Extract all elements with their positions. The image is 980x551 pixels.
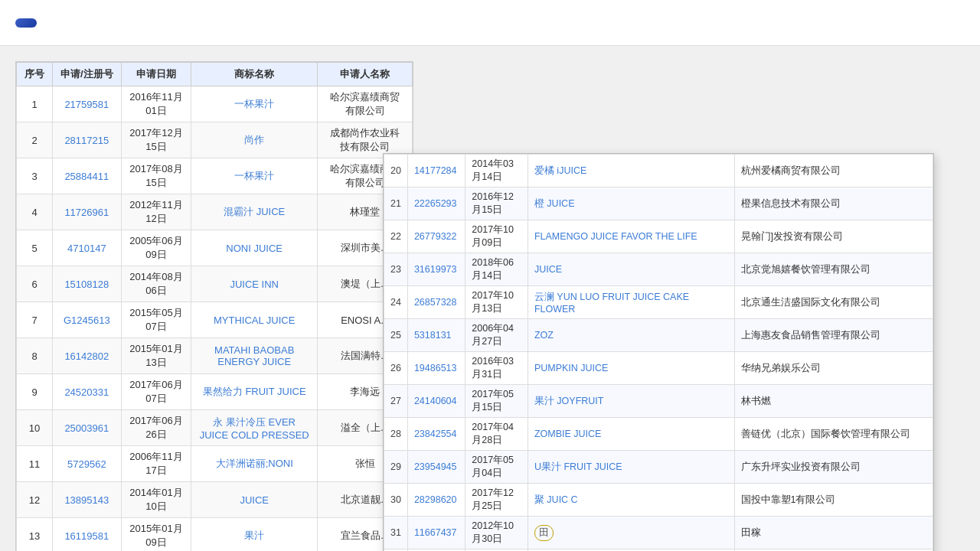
table-row: 24 26857328 2017年10月13日 云澜 YUN LUO FRUIT… <box>384 286 933 319</box>
primary-table: 序号 申请/注册号 申请日期 商标名称 申请人名称 1 21759581 201… <box>16 62 413 551</box>
table-row: 3 25884411 2017年08月15日 一杯果汁 哈尔滨嘉绩商贸有限公司 <box>17 158 413 194</box>
cell-name: JUICE <box>528 253 734 286</box>
cell-reg[interactable]: 25884411 <box>53 158 122 194</box>
cell-date: 2006年04月27日 <box>466 319 528 352</box>
table-row: 10 25003961 2017年06月26日 永 果汁冷压 EVER JUIC… <box>17 410 413 446</box>
cell-num: 5 <box>17 230 53 266</box>
cell-date: 2012年10月30日 <box>466 517 528 549</box>
table-row: 4 11726961 2012年11月12日 混霸汁 JUICE 林瑾堂 <box>17 194 413 230</box>
cell-name: 一杯果汁 <box>191 86 318 122</box>
cell-num: 23 <box>384 253 408 286</box>
cell-num: 10 <box>17 410 53 446</box>
cell-reg[interactable]: 5318131 <box>407 319 465 352</box>
table-row: 21 22265293 2016年12月15日 橙 JUICE 橙果信息技术有限… <box>384 187 933 220</box>
cell-num: 29 <box>384 451 408 484</box>
cell-applicant: 田稼 <box>734 517 933 549</box>
cell-name: 果汁 <box>191 518 318 552</box>
cell-name: 永 果汁冷压 EVER JUICE COLD PRESSED <box>191 410 318 446</box>
cell-applicant: 华纳兄弟娱乐公司 <box>734 352 933 385</box>
cell-name: MATAHI BAOBAB ENERGY JUICE <box>191 338 318 374</box>
cell-reg[interactable]: 31619973 <box>407 253 465 286</box>
table-row: 8 16142802 2015年01月13日 MATAHI BAOBAB ENE… <box>17 338 413 374</box>
cell-reg[interactable]: 28117215 <box>53 122 122 158</box>
cell-num: 6 <box>17 266 53 302</box>
app-header <box>0 0 980 46</box>
cell-reg[interactable]: 5729562 <box>53 446 122 482</box>
cell-date: 2017年06月07日 <box>121 374 191 410</box>
primary-table-wrap: 序号 申请/注册号 申请日期 商标名称 申请人名称 1 21759581 201… <box>15 61 413 551</box>
cell-applicant: 广东升坪实业投资有限公司 <box>734 451 933 484</box>
cell-num: 28 <box>384 418 408 451</box>
cell-date: 2014年08月06日 <box>121 266 191 302</box>
cell-num: 22 <box>384 220 408 253</box>
table-row: 31 11667437 2012年10月30日 田 田稼 <box>384 517 933 549</box>
cell-applicant: 善链优（北京）国际餐饮管理有限公司 <box>734 418 933 451</box>
cell-date: 2005年06月09日 <box>121 230 191 266</box>
cell-reg[interactable]: 26857328 <box>407 286 465 319</box>
table-row: 25 5318131 2006年04月27日 ZOZ 上海惠友食品销售管理有限公… <box>384 319 933 352</box>
cell-date: 2017年05月15日 <box>466 385 528 418</box>
table-row: 26 19486513 2016年03月31日 PUMPKIN JUICE 华纳… <box>384 352 933 385</box>
table-row: 13 16119581 2015年01月09日 果汁 宜兰食品... <box>17 518 413 552</box>
cell-name: U果汁 FRUIT JUICE <box>528 451 734 484</box>
cell-num: 12 <box>17 482 53 518</box>
table-row: 23 31619973 2018年06月14日 JUICE 北京觉旭嬉餐饮管理有… <box>384 253 933 286</box>
cell-num: 25 <box>384 319 408 352</box>
cell-applicant: 北京觉旭嬉餐饮管理有限公司 <box>734 253 933 286</box>
cell-applicant: 哈尔滨嘉绩商贸有限公司 <box>318 86 413 122</box>
cell-date: 2012年11月12日 <box>121 194 191 230</box>
cell-date: 2017年10月09日 <box>466 220 528 253</box>
cell-reg[interactable]: 24520331 <box>53 374 122 410</box>
cell-reg[interactable]: 16119581 <box>53 518 122 552</box>
cell-reg[interactable]: G1245613 <box>53 302 122 338</box>
cell-reg[interactable]: 15108128 <box>53 266 122 302</box>
cell-applicant: 北京通生洁盛国际文化有限公司 <box>734 286 933 319</box>
cell-num: 4 <box>17 194 53 230</box>
cell-date: 2015年01月13日 <box>121 338 191 374</box>
cell-reg[interactable]: 14177284 <box>407 155 465 187</box>
table-row: 30 28298620 2017年12月25日 聚 JUIC C 国投中靠塑1有… <box>384 484 933 517</box>
cell-reg[interactable]: 28298620 <box>407 484 465 517</box>
cell-reg[interactable]: 22265293 <box>407 187 465 220</box>
cell-reg[interactable]: 13895143 <box>53 482 122 518</box>
cell-reg[interactable]: 4710147 <box>53 230 122 266</box>
cell-num: 11 <box>17 446 53 482</box>
cell-num: 3 <box>17 158 53 194</box>
cell-date: 2017年08月15日 <box>121 158 191 194</box>
table-row: 6 15108128 2014年08月06日 JUICE INN 澳堤（上... <box>17 266 413 302</box>
cell-num: 24 <box>384 286 408 319</box>
cell-date: 2014年01月10日 <box>121 482 191 518</box>
cell-name: JUICE INN <box>191 266 318 302</box>
logo <box>15 18 37 28</box>
cell-name: MYTHICAL JUICE <box>191 302 318 338</box>
cell-name: 尚作 <box>191 122 318 158</box>
cell-name: 一杯果汁 <box>191 158 318 194</box>
cell-name: NONI JUICE <box>191 230 318 266</box>
table-row: 22 26779322 2017年10月09日 FLAMENGO JUICE F… <box>384 220 933 253</box>
cell-reg[interactable]: 26779322 <box>407 220 465 253</box>
cell-date: 2017年06月26日 <box>121 410 191 446</box>
cell-reg[interactable]: 16142802 <box>53 338 122 374</box>
cell-date: 2017年12月25日 <box>466 484 528 517</box>
cell-name: 果汁 JOYFRUIT <box>528 385 734 418</box>
cell-date: 2016年11月01日 <box>121 86 191 122</box>
cell-reg[interactable]: 23954945 <box>407 451 465 484</box>
cell-reg[interactable]: 23842554 <box>407 418 465 451</box>
cell-date: 2016年12月15日 <box>466 187 528 220</box>
cell-reg[interactable]: 11667437 <box>407 517 465 549</box>
cell-reg[interactable]: 21759581 <box>53 86 122 122</box>
table-row: 20 14177284 2014年03月14日 爱橘 iJUICE 杭州爱橘商贸… <box>384 155 933 187</box>
cell-reg[interactable]: 25003961 <box>53 410 122 446</box>
cell-reg[interactable]: 11726961 <box>53 194 122 230</box>
cell-num: 2 <box>17 122 53 158</box>
cell-reg[interactable]: 24140604 <box>407 385 465 418</box>
cell-applicant: 杭州爱橘商贸有限公司 <box>734 155 933 187</box>
cell-name: JUICE <box>191 482 318 518</box>
cell-num: 9 <box>17 374 53 410</box>
cell-num: 13 <box>17 518 53 552</box>
cell-date: 2016年03月31日 <box>466 352 528 385</box>
cell-name: FLAMENGO JUICE FAVOR THE LIFE <box>528 220 734 253</box>
cell-reg[interactable]: 19486513 <box>407 352 465 385</box>
cell-name: 混霸汁 JUICE <box>191 194 318 230</box>
cell-num: 26 <box>384 352 408 385</box>
